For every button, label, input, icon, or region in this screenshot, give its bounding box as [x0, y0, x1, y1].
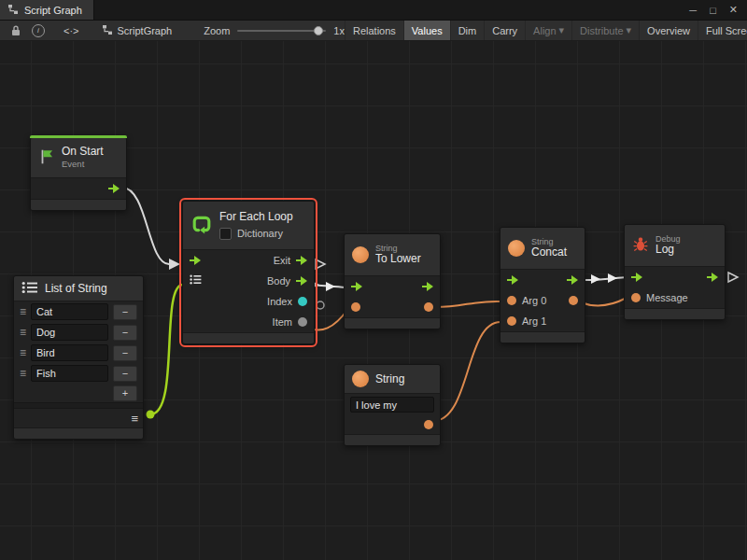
- node-for-each-loop[interactable]: For Each Loop Dictionary Exit: [182, 201, 315, 344]
- index-output-port[interactable]: [298, 297, 307, 306]
- exit-port-unconnected[interactable]: [316, 259, 325, 269]
- node-string-literal[interactable]: String: [344, 364, 441, 446]
- zoom-slider-knob[interactable]: [314, 26, 323, 35]
- chevron-down-icon: ▾: [559, 24, 565, 36]
- node-title: On Start: [62, 146, 104, 159]
- wire-concat-message: [581, 298, 627, 306]
- node-header[interactable]: Debug Log: [625, 225, 725, 267]
- node-on-start[interactable]: On Start Event: [30, 135, 127, 211]
- lock-icon[interactable]: [6, 21, 26, 40]
- drag-handle-icon[interactable]: ≡: [20, 347, 26, 358]
- control-output-port[interactable]: [108, 184, 120, 193]
- overview-button[interactable]: Overview: [639, 21, 698, 40]
- graph-canvas[interactable]: On Start Event List of String: [0, 41, 747, 560]
- maximize-button[interactable]: □: [710, 5, 716, 16]
- node-footer: [14, 427, 143, 439]
- remove-item-button[interactable]: −: [113, 304, 137, 320]
- add-item-button[interactable]: +: [113, 385, 137, 401]
- flow-pulse-arrow: [591, 274, 600, 284]
- drag-handle-icon[interactable]: ≡: [20, 306, 26, 317]
- dictionary-label: Dictionary: [237, 228, 283, 240]
- item-output-port[interactable]: [298, 317, 307, 327]
- wire-arrowhead: [169, 259, 180, 270]
- message-input-port[interactable]: [631, 293, 641, 302]
- string-output-port[interactable]: [424, 420, 433, 429]
- list-output-icon[interactable]: ≡: [131, 413, 138, 425]
- control-input-port[interactable]: [507, 275, 518, 285]
- unity-script-graph-window: Script Graph ─ □ ✕ i <·> ScriptGraph Zoo…: [0, 0, 747, 560]
- string-type-icon: [352, 246, 369, 263]
- info-icon[interactable]: i: [26, 21, 50, 40]
- string-type-icon: [508, 240, 525, 257]
- node-header[interactable]: On Start Event: [31, 138, 126, 178]
- node-header[interactable]: List of String: [14, 276, 143, 301]
- node-title: String: [375, 372, 404, 385]
- control-output-port[interactable]: [567, 275, 578, 285]
- remove-item-button[interactable]: −: [113, 345, 137, 361]
- wire-onstart-foreach: [122, 188, 169, 264]
- drag-handle-icon[interactable]: ≡: [20, 368, 26, 379]
- string-type-icon: [352, 371, 369, 387]
- relations-button[interactable]: Relations: [345, 21, 403, 40]
- list-item-input[interactable]: [31, 324, 108, 341]
- control-output-port[interactable]: [707, 273, 718, 282]
- values-button[interactable]: Values: [403, 21, 450, 40]
- graph-icon: [7, 4, 19, 17]
- list-item-input[interactable]: [31, 365, 108, 382]
- remove-item-button[interactable]: −: [113, 366, 137, 382]
- list-item-input[interactable]: [31, 344, 108, 361]
- remove-item-button[interactable]: −: [113, 325, 137, 341]
- flow-pulse-arrow: [326, 282, 335, 291]
- node-debug-log[interactable]: Debug Log Message: [624, 224, 726, 320]
- carry-button[interactable]: Carry: [484, 21, 525, 40]
- node-header[interactable]: String: [345, 365, 440, 394]
- distribute-dropdown[interactable]: Distribute ▾: [571, 21, 639, 40]
- control-output-port[interactable]: [422, 282, 433, 291]
- node-subtitle: Event: [62, 160, 104, 170]
- zoom-control: Zoom 1x: [204, 25, 345, 36]
- body-output-port[interactable]: [296, 276, 307, 286]
- result-output-port[interactable]: [569, 296, 578, 305]
- node-header[interactable]: String To Lower: [345, 234, 440, 276]
- node-title: Concat: [531, 246, 567, 259]
- drag-handle-icon[interactable]: ≡: [20, 327, 26, 338]
- log-exit-unconnected[interactable]: [728, 273, 738, 282]
- list-item-input[interactable]: [31, 303, 108, 320]
- string-output-port[interactable]: [424, 302, 433, 312]
- node-list-of-string[interactable]: List of String ≡ − ≡ − ≡ −: [13, 275, 144, 440]
- code-view-icon[interactable]: <·>: [58, 21, 85, 40]
- control-input-port[interactable]: [190, 256, 201, 265]
- arg1-label: Arg 1: [522, 315, 546, 327]
- body-port-label: Body: [267, 275, 290, 287]
- tab-title: Script Graph: [24, 5, 82, 16]
- node-header[interactable]: For Each Loop Dictionary: [183, 202, 314, 250]
- align-dropdown[interactable]: Align ▾: [525, 21, 571, 40]
- close-button[interactable]: ✕: [729, 4, 738, 16]
- tab-script-graph[interactable]: Script Graph: [0, 0, 94, 20]
- string-value-input[interactable]: [350, 397, 434, 413]
- node-to-lower[interactable]: String To Lower: [344, 233, 441, 329]
- string-input-port[interactable]: [351, 302, 360, 312]
- node-concat[interactable]: String Concat Arg 0: [500, 227, 585, 343]
- graph-name-label: ScriptGraph: [118, 25, 173, 36]
- window-controls: ─ □ ✕: [689, 0, 747, 20]
- arg1-input-port[interactable]: [507, 316, 516, 326]
- graph-breadcrumb[interactable]: ScriptGraph: [102, 24, 173, 37]
- list-item-row: ≡ −: [14, 301, 143, 322]
- index-port-unconnected[interactable]: [317, 301, 324, 309]
- list-input-port-icon[interactable]: [190, 274, 202, 287]
- dim-button[interactable]: Dim: [450, 21, 485, 40]
- control-input-port[interactable]: [351, 282, 362, 291]
- node-header[interactable]: String Concat: [500, 228, 585, 270]
- node-footer: [31, 199, 126, 210]
- bug-icon: [632, 236, 649, 255]
- exit-output-port[interactable]: [296, 256, 307, 265]
- control-input-port[interactable]: [631, 273, 642, 282]
- minimize-button[interactable]: ─: [689, 5, 697, 16]
- node-footer: [345, 434, 440, 445]
- zoom-slider[interactable]: [237, 30, 326, 32]
- chevron-down-icon: ▾: [627, 24, 632, 36]
- dictionary-checkbox[interactable]: [219, 228, 232, 240]
- arg0-input-port[interactable]: [507, 296, 516, 305]
- full-screen-button[interactable]: Full Screen: [698, 21, 747, 40]
